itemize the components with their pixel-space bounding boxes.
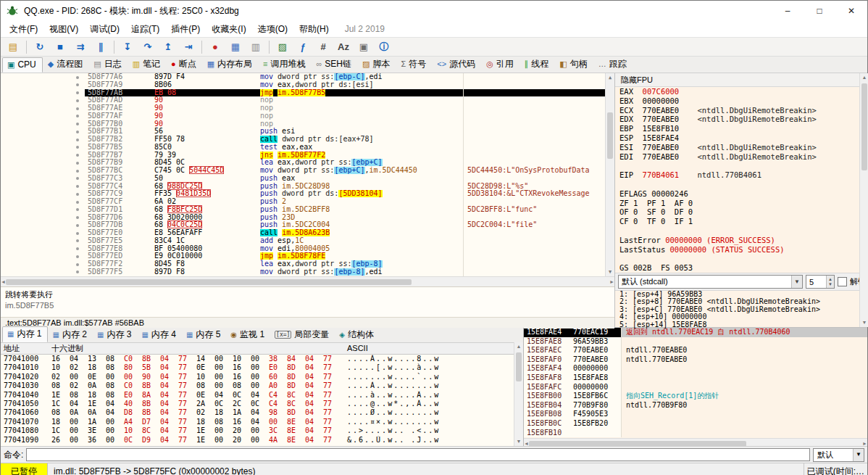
breakpoint-dot[interactable] (76, 247, 79, 250)
scroll-thumb[interactable] (6, 279, 412, 285)
stack-row[interactable]: 15E8FB08F45905E3 (524, 410, 867, 419)
tab-跟踪[interactable]: …跟踪 (594, 57, 633, 73)
menu-item-3[interactable]: 追踪(T) (125, 21, 165, 37)
scroll-up-arrow[interactable]: ▲ (609, 73, 612, 82)
breakpoint-dot[interactable] (76, 99, 79, 102)
step-over-button[interactable]: ↷ (138, 38, 157, 55)
breakpoint-dot[interactable] (76, 146, 79, 149)
tab-笔记[interactable]: ▥笔记 (128, 57, 166, 73)
arguments-view[interactable]: 1: [esp+4] 96A59BB32: [esp+8] 770EABE0 <… (615, 291, 868, 329)
disassembly-vscrollbar[interactable]: ▲ ▼ (605, 73, 614, 276)
tab-SEH链[interactable]: ∞SEH链 (312, 57, 358, 73)
memory-row[interactable]: 770410801C003E00108C04771E0020003C8E0477… (1, 426, 512, 435)
register-line[interactable]: ESI 770EABE0 <ntdll.DbgUiRemoteBreakin> (619, 143, 868, 152)
register-line[interactable]: ESP 15E8FAE4 (619, 133, 868, 143)
menu-item-4[interactable]: 插件(P) (165, 21, 206, 37)
breakpoint-dot[interactable] (76, 83, 79, 86)
breakpoint-dot[interactable] (76, 91, 79, 94)
menu-item-7[interactable]: 帮助(H) (293, 21, 335, 37)
register-line[interactable]: CF 0 TF 0 IF 1 (619, 217, 868, 226)
tab-断点[interactable]: ●断点 (167, 57, 202, 73)
breakpoint-dot[interactable] (76, 193, 79, 196)
register-line[interactable]: EFLAGS 00000246 (619, 189, 868, 199)
memory-row[interactable]: 7704103008020A08C08B047708000800A08D0477… (1, 381, 512, 390)
tab-内存 5[interactable]: ▦内存 5 (182, 328, 226, 342)
tab-线程[interactable]: ∥线程 (520, 57, 555, 73)
scroll-thumb[interactable] (516, 352, 522, 381)
stack-row[interactable]: 15E8FAF815E8FAE8 (524, 373, 867, 383)
stack-row[interactable]: 15E8FB10 (524, 429, 867, 438)
disasm-row[interactable]: 5D8F77C350push eax (1, 175, 614, 183)
scroll-down-arrow[interactable]: ▼ (517, 437, 522, 446)
tab-句柄[interactable]: ◧句柄 (555, 57, 593, 73)
stack-row[interactable]: 15E8FAEC770EABE0ntdll.770EABE0 (524, 346, 867, 355)
tab-结构体[interactable]: ◈结构体 (335, 328, 380, 342)
stack-row[interactable]: 15E8FAF0770EABE0ntdll.770EABE0 (524, 355, 867, 365)
stack-row[interactable]: 15E8FB0C15E8FB20 (524, 419, 867, 429)
maximize-button[interactable]: □ (804, 1, 835, 21)
tab-内存 2[interactable]: ▦内存 2 (48, 328, 92, 342)
breakpoint-dot[interactable] (76, 170, 79, 173)
pause-button[interactable]: ∥ (91, 38, 110, 55)
breakpoint-dot[interactable] (76, 255, 79, 258)
breakpoints-button[interactable]: ● (206, 38, 225, 55)
run-to-user-code-button[interactable]: ⇥ (179, 38, 198, 55)
tab-内存 3[interactable]: ▦内存 3 (93, 328, 137, 342)
breakpoint-dot[interactable] (76, 154, 79, 157)
register-line[interactable]: GS 002B FS 0053 (619, 263, 868, 273)
scroll-down-arrow[interactable]: ▼ (609, 268, 612, 276)
close-button[interactable]: ✕ (835, 1, 867, 21)
register-line[interactable]: OF 0 SF 0 DF 0 (619, 207, 868, 217)
stack-row[interactable]: 15E8FAF400000000 (524, 364, 867, 373)
breakpoint-dot[interactable] (76, 115, 79, 117)
tab-内存布局[interactable]: ▦内存布局 (203, 57, 258, 73)
tab-调用堆栈[interactable]: ≡调用堆栈 (259, 57, 311, 73)
menu-item-5[interactable]: 收藏夹(I) (206, 21, 251, 37)
memory-row[interactable]: 7704107018001A00A4D7047718081604008E0477… (1, 418, 512, 426)
register-line[interactable]: EBX 00000000 (619, 96, 868, 106)
memory-row[interactable]: 7704100016041308C08B04771400100038840477… (1, 355, 512, 363)
scroll-up-arrow[interactable]: ▲ (517, 342, 522, 351)
register-line[interactable] (619, 161, 868, 170)
breakpoint-dot[interactable] (76, 224, 79, 227)
scroll-up-arrow[interactable]: ▲ (862, 73, 867, 82)
scroll-down-arrow[interactable]: ▼ (862, 318, 867, 327)
breakpoint-dot[interactable] (76, 216, 79, 219)
register-line[interactable]: LastStatus 00000000 (STATUS_SUCCESS) (619, 245, 868, 255)
breakpoint-dot[interactable] (76, 201, 79, 204)
tab-符号[interactable]: Σ符号 (396, 57, 432, 73)
disasm-row[interactable]: 5D8F77F5897D F8mov dword ptr ss:[ebp-8],… (1, 268, 614, 276)
register-line[interactable]: EAX 007C6000 (619, 87, 868, 96)
stack-row[interactable]: 15E8FB04770B9F80ntdll.770B9F80 (524, 401, 867, 410)
breakpoint-dot[interactable] (76, 162, 79, 165)
stack-row[interactable]: 15E8FAFC00000000 (524, 383, 867, 392)
disasm-row[interactable]: 5D8F77D168 F8BFC25Dpush im.5DC2BFF85DC2B… (1, 206, 614, 214)
memory-dump-view[interactable]: 7704100016041308C08B04771400100038840477… (1, 355, 512, 446)
memory-row[interactable]: 77041090260036000CD904771E0020004A8E0477… (1, 436, 512, 445)
memory-row[interactable]: 770410401E081808E08A04770E040C04C48C0477… (1, 391, 512, 400)
open-file-button[interactable]: ▤ (4, 38, 22, 55)
tab-源代码[interactable]: <>源代码 (433, 57, 481, 73)
hash-button[interactable]: # (314, 38, 333, 55)
step-out-button[interactable]: ↥ (159, 38, 178, 55)
register-line[interactable]: EIP 770B4061 ntdll.770B4061 (619, 170, 868, 180)
breakpoint-dot[interactable] (76, 107, 79, 110)
disasm-row[interactable]: 5D8F77E583C4 1Cadd esp,1C (1, 237, 614, 245)
register-line[interactable]: ECX 770EABE0 <ntdll.DbgUiRemoteBreakin> (619, 106, 868, 115)
register-line[interactable]: EDI 770EABE0 <ntdll.DbgUiRemoteBreakin> (619, 152, 868, 162)
breakpoint-dot[interactable] (76, 185, 79, 188)
hide-fpu-button[interactable]: 隐藏FPU (621, 75, 653, 84)
memory-row[interactable]: 7704102002000E000090047710001600608D0477… (1, 373, 512, 381)
registers-vscrollbar[interactable]: ▲ ▼ (859, 73, 868, 327)
register-line[interactable]: LastError 00000000 (ERROR_SUCCESS) (619, 236, 868, 245)
argument-row[interactable]: 5: [esp+14] 15E8FAE8 (619, 321, 868, 329)
about-button[interactable]: ⓘ (375, 38, 393, 55)
memory-row[interactable]: 770410501C041E04408B04772A0C2C0CC48C0477… (1, 400, 512, 408)
stack-view[interactable]: 15E8FAE4770EAC19返回到 ntdll.770EAC19 自 ntd… (524, 328, 867, 438)
menu-item-0[interactable]: 文件(F) (4, 21, 43, 37)
stack-row[interactable]: 15E8FB0015E8FB6C指向SEH_Record[1]的指针 (524, 392, 867, 401)
functions-button[interactable]: ƒ (293, 38, 312, 55)
script-button[interactable]: ▨ (273, 38, 292, 55)
breakpoint-dot[interactable] (76, 232, 79, 235)
breakpoint-dot[interactable] (76, 177, 79, 180)
